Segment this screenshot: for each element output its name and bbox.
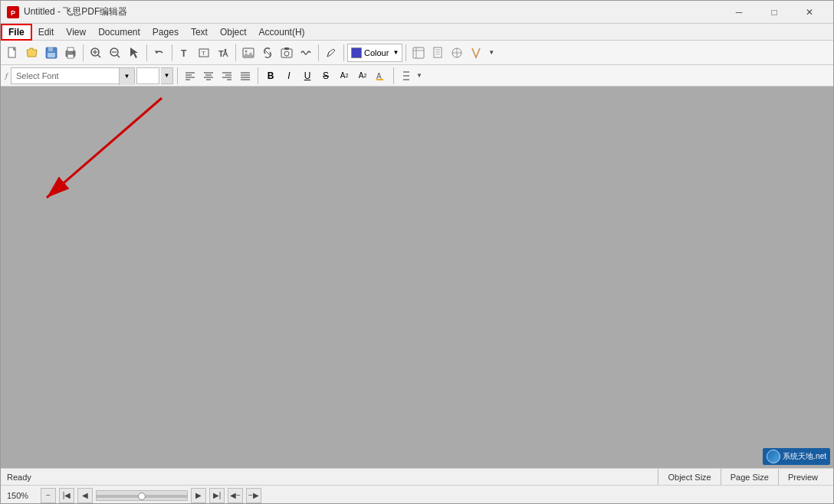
watermark-text: 系统天地.net [783, 451, 826, 462]
underline-button[interactable]: U [299, 67, 316, 84]
zoom-display: 150% [7, 491, 38, 500]
line-spacing-arrow[interactable]: ▼ [416, 72, 422, 79]
cursor-button[interactable] [125, 44, 143, 62]
new-button[interactable] [4, 44, 22, 62]
svg-text:T: T [202, 50, 205, 57]
font-select-arrow[interactable]: ▼ [119, 68, 134, 85]
undo-button[interactable] [150, 44, 169, 62]
font-select-field[interactable]: Select Font [11, 68, 119, 83]
maximize-button[interactable]: □ [757, 1, 792, 24]
snapshot-button[interactable] [277, 44, 296, 62]
minimize-button[interactable]: ─ [721, 1, 757, 24]
rtoolbar-btn4[interactable] [467, 44, 485, 62]
colour-label: Colour [364, 48, 389, 57]
nav-forward-button[interactable]: −▶ [246, 488, 261, 503]
strikethrough-button[interactable]: S [317, 67, 334, 84]
font-size-arrow[interactable]: ▼ [161, 67, 173, 84]
highlight-button[interactable]: A [373, 67, 389, 84]
text-box-button[interactable]: T [195, 44, 213, 62]
menu-edit[interactable]: Edit [32, 24, 61, 41]
align-center-button[interactable] [200, 67, 217, 84]
nav-first-button[interactable]: |◀ [59, 488, 74, 503]
nav-back-button[interactable]: ◀− [228, 488, 243, 503]
zoom-slider[interactable] [96, 490, 188, 501]
main-content: File Edit View Document Pages Text Objec… [1, 24, 833, 504]
colour-dropdown-arrow[interactable]: ▼ [392, 49, 399, 56]
text-format-button[interactable]: T [214, 44, 232, 62]
nav-bar: 150% − |◀ ◀ ▶ ▶| ◀− −▶ [1, 485, 833, 504]
formatting-toolbar: 𝑓 Select Font ▼ ▼ B I U S A2 A2 A [1, 65, 833, 87]
zoom-in-button[interactable] [87, 44, 105, 62]
svg-marker-28 [243, 52, 254, 57]
toolbar-sep-5 [318, 44, 319, 61]
menu-text[interactable]: Text [185, 24, 214, 41]
preview-section: Preview [778, 469, 827, 486]
rtoolbar-btn2[interactable] [428, 44, 447, 62]
window-title: Untitled - 飞思PDF编辑器 [24, 5, 127, 18]
text-tool-button[interactable]: T [176, 44, 194, 62]
fmt-sep-1 [177, 67, 178, 84]
canvas-area[interactable]: 系统天地.net [1, 87, 833, 468]
object-size-label: Object Size [668, 473, 711, 482]
close-button[interactable]: ✕ [792, 1, 827, 24]
nav-next-button[interactable]: ▶ [191, 488, 206, 503]
rtoolbar-btn1[interactable] [409, 44, 428, 62]
insert-image-button[interactable] [239, 44, 258, 62]
toolbar-sep-1 [83, 44, 84, 61]
toolbar-sep-2 [146, 44, 147, 61]
pen-button[interactable] [322, 44, 340, 62]
menu-pages[interactable]: Pages [146, 24, 185, 41]
svg-rect-34 [413, 47, 424, 58]
justify-button[interactable] [237, 67, 254, 84]
object-size-section: Object Size [658, 469, 720, 486]
svg-line-29 [265, 51, 270, 55]
open-button[interactable] [23, 44, 41, 62]
svg-rect-61 [376, 79, 383, 80]
menu-bar: File Edit View Document Pages Text Objec… [1, 24, 833, 41]
line-spacing-button[interactable] [398, 67, 415, 84]
superscript-button[interactable]: A2 [336, 67, 353, 84]
menu-view[interactable]: View [60, 24, 92, 41]
page-size-label: Page Size [731, 473, 769, 482]
font-size-field[interactable] [136, 67, 159, 84]
save-button[interactable] [42, 44, 61, 62]
align-left-button[interactable] [182, 67, 199, 84]
wave-button[interactable] [297, 44, 315, 62]
svg-line-66 [47, 98, 162, 198]
bold-button[interactable]: B [262, 67, 279, 84]
toolbar-sep-7 [406, 44, 406, 61]
link-button[interactable] [258, 44, 277, 62]
svg-rect-32 [284, 47, 289, 50]
svg-rect-4 [48, 47, 53, 51]
main-toolbar: T T T Colour ▼ [1, 41, 833, 65]
fmt-sep-3 [393, 67, 394, 84]
subscript-button[interactable]: A2 [354, 67, 371, 84]
svg-text:T: T [218, 49, 224, 58]
colour-button[interactable]: Colour ▼ [347, 44, 402, 62]
italic-button[interactable]: I [281, 67, 297, 84]
font-select-container[interactable]: Select Font ▼ [11, 67, 135, 84]
svg-text:P: P [11, 9, 15, 17]
nav-last-button[interactable]: ▶| [209, 488, 225, 503]
menu-file[interactable]: File [1, 24, 32, 41]
status-bar: Ready Object Size Page Size Preview [1, 468, 833, 485]
app-icon: P [7, 6, 19, 18]
nav-prev-button[interactable]: ◀ [77, 488, 93, 503]
zoom-decrease-button[interactable]: − [41, 488, 56, 503]
print-button[interactable] [61, 44, 80, 62]
rtoolbar-dropdown[interactable]: ▼ [486, 44, 497, 62]
page-size-section: Page Size [721, 469, 778, 486]
svg-rect-37 [434, 47, 442, 57]
menu-document[interactable]: Document [92, 24, 146, 41]
menu-account[interactable]: Account(H) [253, 24, 311, 41]
rtoolbar-btn3[interactable] [448, 44, 466, 62]
svg-text:T: T [181, 48, 187, 59]
svg-point-27 [245, 50, 248, 52]
watermark-globe [767, 450, 780, 463]
menu-object[interactable]: Object [214, 24, 253, 41]
align-right-button[interactable] [218, 67, 235, 84]
toolbar-sep-4 [235, 44, 236, 61]
preview-label: Preview [788, 473, 818, 482]
zoom-out-button[interactable] [106, 44, 124, 62]
svg-line-15 [117, 55, 120, 57]
